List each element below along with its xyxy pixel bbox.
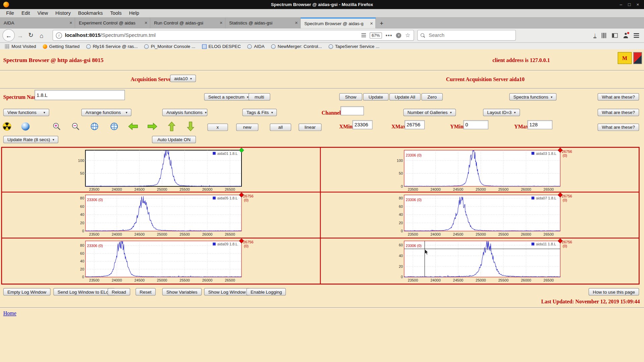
zero-button[interactable]: Zero — [421, 93, 443, 101]
zoom-in-icon[interactable] — [52, 121, 61, 131]
bookmark-pi-monitor-console[interactable]: Pi_Monitor Console ... — [144, 44, 195, 49]
multi-button[interactable]: multi — [249, 93, 270, 101]
url-text[interactable]: localhost:8015/Spectrum/Spectrum.tml — [65, 33, 156, 38]
maximize-icon[interactable]: □ — [628, 2, 631, 7]
menu-history[interactable]: History — [53, 10, 74, 16]
gallery-cell-aida11[interactable]: 2350024000245002500025500260002650002040… — [321, 238, 639, 284]
menu-hamburger-icon[interactable] — [634, 33, 639, 38]
number-of-galleries-dropdown[interactable]: Number of Galleries▾ — [403, 109, 456, 116]
tab-close-icon[interactable]: × — [69, 20, 72, 26]
gallery-cell-aida07[interactable]: 2350024000245002500025500260002650002040… — [321, 192, 639, 238]
menu-tools[interactable]: Tools — [107, 10, 124, 16]
how-to-use-button[interactable]: How to use this page — [589, 288, 639, 296]
tab-spectrum-browser-aidas-g[interactable]: Spectrum Browser @ aidas-g× — [301, 18, 376, 28]
select-spectrum-dropdown[interactable]: Select a spectrum▾ — [204, 93, 253, 101]
library-icon[interactable] — [602, 33, 607, 38]
radiation-icon[interactable] — [2, 121, 12, 131]
spectrum-plot[interactable]: 2350024000245002500025500260002650050100… — [71, 148, 256, 192]
arrow-down-icon[interactable] — [185, 121, 195, 131]
empty-log-window-button[interactable]: Empty Log Window — [3, 288, 51, 296]
bookmark-star-icon[interactable]: ☆ — [405, 32, 410, 39]
search-input[interactable] — [428, 32, 516, 39]
channel-input[interactable] — [340, 106, 364, 115]
tab-close-icon[interactable]: × — [370, 20, 373, 26]
reload-button[interactable]: Reload — [108, 288, 130, 296]
menu-bookmarks[interactable]: Bookmarks — [75, 10, 106, 16]
new-button[interactable]: new — [236, 124, 258, 131]
tab-aida[interactable]: AIDA× — [0, 18, 75, 28]
tab-statistics-aidas-gsi[interactable]: Statistics @ aidas-gsi× — [225, 18, 301, 28]
search-bar[interactable] — [417, 30, 516, 41]
zoom-level-button[interactable]: 67% — [370, 32, 382, 38]
reader-mode-icon[interactable] — [361, 33, 366, 38]
spectrum-plot[interactable]: 2350024000245002500025500260002650005010… — [390, 148, 575, 192]
arrow-left-icon[interactable] — [128, 121, 138, 131]
gallery-cell-aida05[interactable]: 2350024000245002500025500260002650002040… — [2, 192, 320, 238]
tags-fits-dropdown[interactable]: Tags & Fits▾ — [242, 109, 277, 116]
spectrum-plot[interactable]: 2350024000245002500025500260002650002040… — [390, 238, 575, 283]
url-bar[interactable]: i localhost:8015/Spectrum/Spectrum.tml 6… — [53, 30, 414, 41]
spectrum-plot[interactable]: 2350024000245002500025500260002650002040… — [390, 192, 575, 237]
tab-close-icon[interactable]: × — [220, 20, 223, 26]
site-info-icon[interactable]: i — [56, 32, 62, 38]
back-button[interactable]: ← — [2, 29, 15, 42]
tab-close-icon[interactable]: × — [295, 20, 298, 26]
x-axis-button[interactable]: x — [207, 124, 228, 131]
spectrum-plot[interactable]: 2350024000245002500025500260002650002040… — [71, 238, 256, 283]
sphere-icon[interactable] — [20, 121, 30, 131]
arrow-right-icon[interactable] — [148, 121, 157, 131]
bookmark-tapeserver-service[interactable]: TapeServer Service ... — [328, 44, 379, 49]
bookmark-aida[interactable]: AIDA — [248, 44, 265, 49]
update-all-button[interactable]: Update All — [389, 93, 421, 101]
update-rate-dropdown[interactable]: Update Rate (8 secs)▾ — [3, 136, 58, 143]
menu-edit[interactable]: Edit — [19, 10, 33, 16]
ymin-input[interactable] — [463, 120, 488, 129]
ymax-input[interactable] — [527, 120, 552, 129]
globe-x-icon[interactable] — [90, 121, 99, 131]
zoom-out-icon[interactable] — [71, 121, 80, 131]
xmin-input[interactable] — [353, 120, 373, 129]
home-link[interactable]: Home — [3, 310, 16, 317]
linear-button[interactable]: linear — [299, 124, 322, 131]
spectrum-name-input[interactable] — [35, 90, 125, 100]
downloads-icon[interactable]: ↓ — [593, 33, 596, 38]
gallery-cell-aida01[interactable]: 2350024000245002500025500260002650050100… — [2, 148, 320, 192]
menu-file[interactable]: File — [3, 10, 17, 16]
arrange-functions-dropdown[interactable]: Arrange functions▾ — [81, 109, 131, 116]
menu-view[interactable]: View — [35, 10, 51, 16]
what-are-these-button-2[interactable]: What are these? — [598, 109, 639, 116]
bookmark-newmerger-control[interactable]: NewMerger: Control... — [271, 44, 322, 49]
arrow-up-icon[interactable] — [167, 121, 176, 131]
tab-run-control-aidas-gsi[interactable]: Run Control @ aidas-gsi× — [150, 18, 225, 28]
forward-button[interactable]: → — [15, 32, 25, 39]
bookmark-elog-despec[interactable]: ELOG DESPEC — [202, 44, 241, 49]
view-functions-dropdown[interactable]: View functions▾ — [3, 109, 49, 116]
gallery-cell-aida03[interactable]: 2350024000245002500025500260002650005010… — [321, 148, 639, 192]
pocket-icon[interactable]: ∨ — [396, 33, 401, 38]
layout-id-dropdown[interactable]: Layout ID=3▾ — [483, 109, 520, 116]
enable-logging-button[interactable]: Enable Logging — [247, 288, 286, 296]
tab-close-icon[interactable]: × — [145, 20, 148, 26]
show-log-window-button[interactable]: Show Log Window — [204, 288, 250, 296]
account-icon[interactable] — [623, 33, 629, 38]
spectrum-plot[interactable]: 2350024000245002500025500260002650002040… — [71, 192, 256, 237]
what-are-these-button-1[interactable]: What are these? — [598, 93, 639, 101]
spectra-functions-dropdown[interactable]: Spectra functions▾ — [509, 93, 556, 101]
show-variables-button[interactable]: Show Variables — [162, 288, 202, 296]
menu-help[interactable]: Help — [126, 10, 142, 16]
update-button[interactable]: Update — [363, 93, 388, 101]
bookmark-most-visited[interactable]: Most Visited — [5, 44, 36, 49]
reset-button[interactable]: Reset — [136, 288, 156, 296]
gallery-cell-aida09[interactable]: 2350024000245002500025500260002650002040… — [2, 238, 320, 284]
auto-update-button[interactable]: Auto Update ON — [152, 136, 196, 143]
close-icon[interactable]: × — [636, 2, 639, 7]
acquisition-server-select[interactable]: aida10▾ — [170, 75, 196, 82]
show-button[interactable]: Show — [339, 93, 362, 101]
send-log-window-to-elog-button[interactable]: Send Log Window to ELog — [53, 288, 115, 296]
reload-button[interactable]: ↻ — [25, 32, 36, 39]
home-button[interactable]: ⌂ — [36, 32, 47, 39]
tab-experiment-control-aidas[interactable]: Experiment Control @ aidas× — [75, 18, 150, 28]
all-button[interactable]: all — [270, 124, 291, 131]
bookmark-rly16-service-ras[interactable]: Rly16 Service @ ras... — [86, 44, 138, 49]
minimize-icon[interactable]: – — [620, 2, 622, 7]
